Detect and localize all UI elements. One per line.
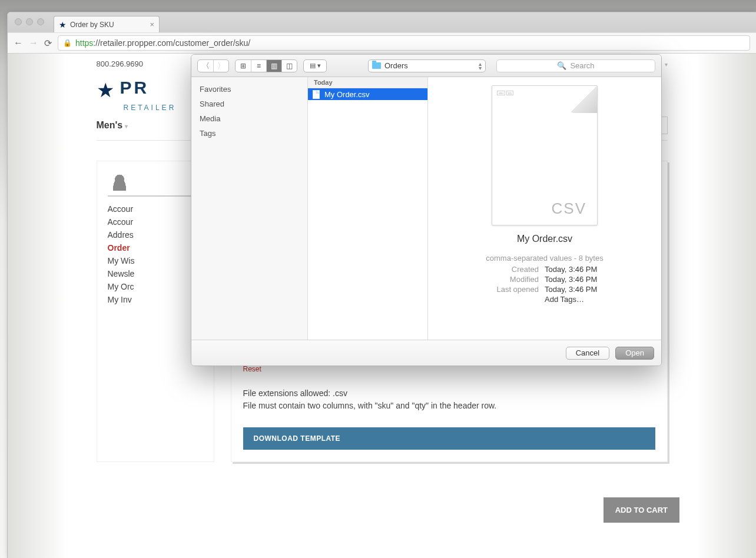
- gallery-view-icon[interactable]: ◫: [281, 60, 297, 72]
- column-header: Today: [308, 77, 427, 88]
- file-row-selected[interactable]: My Order.csv: [308, 88, 427, 100]
- sidebar-cat[interactable]: Favorites: [191, 82, 307, 97]
- sidebar-item[interactable]: Accour: [108, 215, 203, 228]
- back-button[interactable]: ←: [14, 38, 23, 48]
- page-fold-icon: [570, 86, 597, 113]
- meta-key: Modified: [468, 275, 539, 284]
- folder-name: Orders: [384, 61, 408, 70]
- lock-icon: 🔒: [63, 39, 72, 47]
- tab-title: Order by SKU: [70, 21, 114, 29]
- nav-history: 〈 〉: [197, 59, 229, 72]
- sidebar-item[interactable]: My Inv: [108, 293, 203, 306]
- forward-button: 〉: [213, 60, 228, 72]
- close-icon[interactable]: ×: [150, 20, 154, 29]
- meta-val: Today, 3:46 PM: [545, 285, 621, 294]
- add-tags-link[interactable]: Add Tags…: [545, 295, 621, 304]
- meta-key: Last opened: [468, 285, 539, 294]
- meta-val: Today, 3:46 PM: [545, 265, 621, 274]
- sidebar-cat[interactable]: Shared: [191, 97, 307, 111]
- reload-button[interactable]: ⟳: [44, 38, 52, 49]
- dialog-footer: Cancel Open: [191, 340, 661, 366]
- icon-view-icon[interactable]: ⊞: [236, 60, 251, 72]
- chevron-down-icon: ▾: [317, 62, 321, 69]
- sidebar-cat[interactable]: Tags: [191, 126, 307, 141]
- nav-mens[interactable]: Men's▾: [97, 120, 128, 131]
- chevron-down-icon: ▾: [665, 61, 668, 68]
- hint-cols: File must contain two columns, with "sku…: [243, 400, 655, 412]
- phone-number: 800.296.9690: [97, 59, 144, 68]
- download-template-button[interactable]: DOWNLOAD TEMPLATE: [243, 427, 655, 450]
- arrange-menu[interactable]: ▤ ▾: [303, 59, 327, 72]
- meta-val: Today, 3:46 PM: [545, 275, 621, 284]
- favicon-star-icon: ★: [59, 20, 67, 29]
- column-view-icon[interactable]: ▥: [266, 60, 281, 72]
- document-icon: [313, 90, 320, 99]
- view-segment[interactable]: ⊞ ≡ ▥ ◫: [235, 59, 297, 72]
- window-controls[interactable]: [15, 18, 44, 25]
- dialog-toolbar: 〈 〉 ⊞ ≡ ▥ ◫ ▤ ▾ Orders ▴▾ 🔍 Search: [191, 55, 661, 77]
- sidebar-item[interactable]: Newsle: [108, 267, 203, 280]
- search-placeholder: Search: [570, 61, 594, 70]
- file-open-dialog: 〈 〉 ⊞ ≡ ▥ ◫ ▤ ▾ Orders ▴▾ 🔍 Search Favor…: [191, 54, 662, 366]
- path-dropdown[interactable]: Orders ▴▾: [368, 59, 486, 72]
- sidebar-item[interactable]: My Wis: [108, 254, 203, 267]
- traffic-close[interactable]: [15, 18, 22, 25]
- dialog-search[interactable]: 🔍 Search: [496, 59, 655, 72]
- csv-label: CSV: [552, 200, 586, 218]
- preview-filename: My Order.csv: [517, 234, 572, 244]
- file-preview-thumb: skuqty CSV: [492, 85, 598, 225]
- meta-key: Created: [468, 265, 539, 274]
- stepper-icon: ▴▾: [479, 62, 482, 70]
- avatar-icon: [111, 174, 128, 191]
- csv-col: qty: [506, 91, 514, 95]
- dialog-sidebar: Favorites Shared Media Tags: [191, 77, 308, 340]
- preview-kind: comma-separated values - 8 bytes: [440, 254, 649, 263]
- open-button[interactable]: Open: [615, 347, 654, 360]
- reset-link[interactable]: Reset: [243, 365, 655, 373]
- url-text: https://retailer.propper.com/customer_or…: [75, 38, 250, 48]
- sidebar-item[interactable]: Accour: [108, 202, 203, 215]
- back-button[interactable]: 〈: [198, 60, 213, 72]
- address-bar: ← → ⟳ 🔒 https://retailer.propper.com/cus…: [8, 32, 756, 54]
- sidebar-item[interactable]: Addres: [108, 228, 203, 241]
- preview-pane: skuqty CSV My Order.csv comma-separated …: [428, 77, 661, 340]
- add-to-cart-button[interactable]: ADD TO CART: [604, 497, 679, 523]
- traffic-max[interactable]: [37, 18, 44, 25]
- hint-ext: File extensions allowed: .csv: [243, 387, 655, 400]
- tab-active[interactable]: ★ Order by SKU ×: [54, 16, 160, 32]
- sidebar-item-order[interactable]: Order: [108, 241, 203, 254]
- brand-name: PR: [120, 78, 150, 98]
- url-input[interactable]: 🔒 https://retailer.propper.com/customer_…: [58, 35, 750, 51]
- traffic-min[interactable]: [26, 18, 33, 25]
- csv-col: sku: [497, 91, 505, 95]
- file-column: Today My Order.csv: [308, 77, 428, 340]
- logo-star-icon: ★: [97, 82, 114, 98]
- chevron-down-icon: ▾: [125, 123, 128, 129]
- search-icon: 🔍: [557, 61, 566, 70]
- forward-button: →: [29, 38, 38, 48]
- tab-bar: ★ Order by SKU ×: [8, 12, 756, 32]
- folder-icon: [372, 62, 381, 69]
- list-view-icon[interactable]: ≡: [251, 60, 266, 72]
- sidebar-cat[interactable]: Media: [191, 111, 307, 126]
- file-name: My Order.csv: [324, 90, 370, 99]
- sidebar-item[interactable]: My Orc: [108, 280, 203, 293]
- cancel-button[interactable]: Cancel: [566, 347, 609, 360]
